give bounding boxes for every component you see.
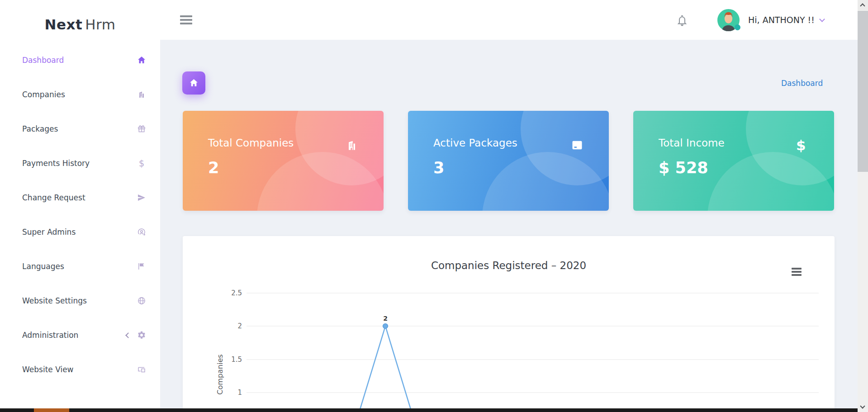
chart-card: Companies Registered – 2020 2.5 2 1.5 1 …: [183, 236, 835, 412]
gift-icon: [137, 124, 147, 134]
app-window: NextHrm Dashboard Companies Packages: [0, 0, 868, 412]
chevron-down-icon: [819, 16, 825, 22]
home-button[interactable]: [182, 71, 205, 95]
sidebar-item-packages[interactable]: Packages: [0, 118, 160, 139]
sidebar-item-payments-history[interactable]: Payments History $: [0, 153, 160, 174]
sidebar-item-label: Website Settings: [22, 296, 137, 305]
stat-card-title: Active Packages: [433, 137, 517, 149]
building-icon: [137, 90, 147, 99]
sidebar-item-label: Change Request: [22, 193, 137, 202]
bell-icon[interactable]: [676, 14, 688, 27]
package-icon: [571, 139, 583, 152]
home-icon: [137, 55, 147, 65]
bottom-edge-bar: [0, 408, 858, 412]
home-icon: [189, 78, 199, 88]
dollar-icon: $: [137, 158, 147, 168]
sidebar-item-languages[interactable]: Languages: [0, 256, 160, 277]
send-icon: [137, 193, 147, 203]
y-axis-label: Companies: [216, 354, 224, 394]
logo-bold-text: Next: [44, 16, 82, 33]
chevron-left-icon: [125, 332, 131, 338]
sidebar: NextHrm Dashboard Companies Packages: [0, 0, 160, 408]
chevron-up-icon: [860, 3, 865, 8]
building-icon: [346, 139, 358, 152]
greeting-text: Hi, ANTHONY !!: [748, 15, 815, 25]
flag-icon: [137, 261, 147, 271]
sidebar-item-label: Dashboard: [22, 56, 137, 65]
bottom-edge-accent: [34, 408, 69, 412]
sidebar-item-label: Packages: [22, 124, 137, 133]
sidebar-item-companies[interactable]: Companies: [0, 84, 160, 105]
stat-card-value: $ 528: [659, 159, 708, 177]
breadcrumb[interactable]: Dashboard: [781, 79, 823, 88]
sidebar-item-super-admins[interactable]: Super Admins: [0, 222, 160, 242]
user-menu[interactable]: Hi, ANTHONY !!: [748, 0, 824, 40]
sidebar-item-administration[interactable]: Administration: [0, 325, 160, 346]
y-tick-label: 2: [237, 322, 242, 330]
stat-card-total-companies: Total Companies 2: [183, 111, 384, 211]
scroll-down-button[interactable]: [858, 402, 868, 412]
sidebar-item-website-view[interactable]: Website View: [0, 359, 160, 380]
sidebar-item-label: Administration: [22, 331, 126, 340]
stat-card-title: Total Companies: [208, 137, 294, 149]
stat-card-total-income: Total Income $ 528 $: [633, 111, 834, 211]
stat-card-value: 3: [433, 159, 444, 177]
y-tick-label: 2.5: [231, 289, 242, 297]
y-tick-label: 1.5: [231, 355, 242, 364]
avatar[interactable]: [717, 9, 740, 31]
online-status-badge: [735, 24, 740, 30]
sidebar-item-label: Super Admins: [22, 227, 137, 237]
stat-card-value: 2: [208, 159, 219, 177]
menu-icon[interactable]: [180, 15, 192, 26]
topbar: Hi, ANTHONY !!: [160, 0, 858, 40]
dollar-icon: $: [796, 139, 809, 152]
stat-card-active-packages: Active Packages 3: [408, 111, 609, 211]
sidebar-item-label: Website View: [22, 365, 137, 374]
line-chart: 2.5 2 1.5 1 Companies 2: [183, 236, 835, 412]
sidebar-item-label: Companies: [22, 90, 137, 99]
sidebar-item-label: Payments History: [22, 159, 137, 168]
vertical-scrollbar[interactable]: [858, 0, 868, 412]
main-content: Dashboard Total Companies 2 Active Packa…: [160, 40, 858, 412]
data-point-marker: [383, 324, 388, 329]
scroll-up-button[interactable]: [858, 0, 868, 10]
sidebar-item-change-request[interactable]: Change Request: [0, 187, 160, 208]
gear-icon: [137, 330, 147, 340]
sidebar-item-dashboard[interactable]: Dashboard: [0, 50, 160, 71]
devices-icon: [137, 365, 147, 374]
sidebar-item-website-settings[interactable]: Website Settings: [0, 290, 160, 311]
stat-card-title: Total Income: [659, 137, 725, 149]
logo-light-text: Hrm: [85, 16, 115, 33]
chevron-down-icon: [860, 403, 865, 408]
globe-icon: [137, 296, 147, 306]
series-line: [353, 326, 417, 412]
data-point-label: 2: [383, 315, 388, 322]
y-tick-label: 1: [237, 388, 242, 397]
headset-icon: [137, 227, 147, 237]
scrollbar-thumb[interactable]: [858, 11, 868, 172]
app-logo[interactable]: NextHrm: [0, 16, 160, 33]
sidebar-item-label: Languages: [22, 262, 137, 271]
